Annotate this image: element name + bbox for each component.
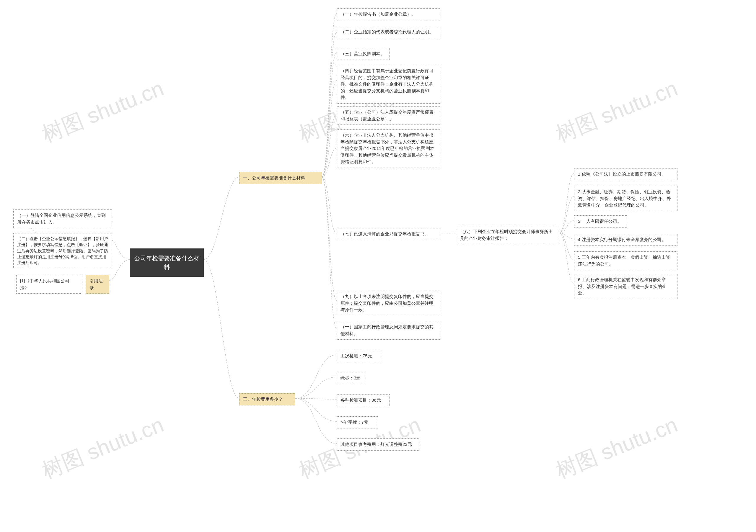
c8-d3: 3.一人有限责任公司。 [574, 215, 627, 227]
branch-one[interactable]: 一、公司年检需要准备什么材料 [239, 172, 322, 184]
three-e5: 其他项目参考费用：灯光调整费23元 [337, 439, 419, 450]
branch-three[interactable]: 三、年检费用多少？ [239, 393, 295, 405]
one-c9: （九）以上各项未注明提交复印件的，应当提交原件；提交复印件的，应由公司加盖公章并… [337, 291, 440, 316]
c8-d5: 5.三年内有虚报注册资本、虚假出资、抽逃出资违法行为的公司。 [574, 251, 677, 270]
ref-child-a: [1]《中华人民共和国公司法》 [16, 275, 81, 293]
one-c7: （七）已进入清算的企业只提交年检报告书。 [337, 228, 441, 240]
one-c6: （六）企业非法人分支机构、其他经营单位申报年检除提交年检报告书外，非法人分支机构… [337, 129, 440, 168]
three-e3: 各种检测项目：36元 [337, 394, 390, 406]
c8-d1: 1.依照《公司法》设立的上市股份有限公司。 [574, 168, 677, 180]
c8-d4: 4.注册资本实行分期缴付未全额缴齐的公司。 [574, 234, 677, 246]
one-c3: （三）营业执照副本。 [337, 48, 390, 60]
three-e2: 绿标：3元 [337, 372, 366, 384]
two-child-a: （一）登陆全国企业信用信息公示系统，查到所在省市点击进入。 [13, 210, 112, 228]
c8-d6: 6.工商行政管理机关在监管中发现和有群众举报、涉及注册资本有问题，需进一步查实的… [574, 274, 677, 299]
three-e1: 工况检测：75元 [337, 350, 381, 362]
c8-node: （八）下列企业在年检时须提交会计师事务所出具的企业财务审计报告： [456, 226, 559, 244]
three-e4: "检"字标：7元 [337, 416, 378, 428]
one-c2: （二）企业指定的代表或者委托代理人的证明。 [337, 26, 440, 38]
one-c5: （五）企业（公司）法人应提交年度资产负债表和损益表（盖企业公章）。 [337, 106, 440, 125]
c8-d2: 2.从事金融、证券、期货、保险、创业投资、验资、评估、担保、房地产经纪、出入境中… [574, 186, 677, 211]
root-node: 公司年检需要准备什么材料 [130, 248, 204, 277]
one-c1: （一）年检报告书（加盖企业公章）。 [337, 8, 440, 20]
one-c10: （十）国家工商行政管理总局规定要求提交的其他材料。 [337, 321, 440, 340]
two-child-b: （二）点击【企业公示信息填报】，选择【新用户注册】，按要求填写信息，点击【验证】… [13, 233, 112, 268]
branch-ref[interactable]: 引用法条 [86, 275, 109, 293]
one-c4: （四）经营范围中有属于企业登记前置行政许可经营项目的，提交加盖企业印章的相关许可… [337, 65, 440, 104]
